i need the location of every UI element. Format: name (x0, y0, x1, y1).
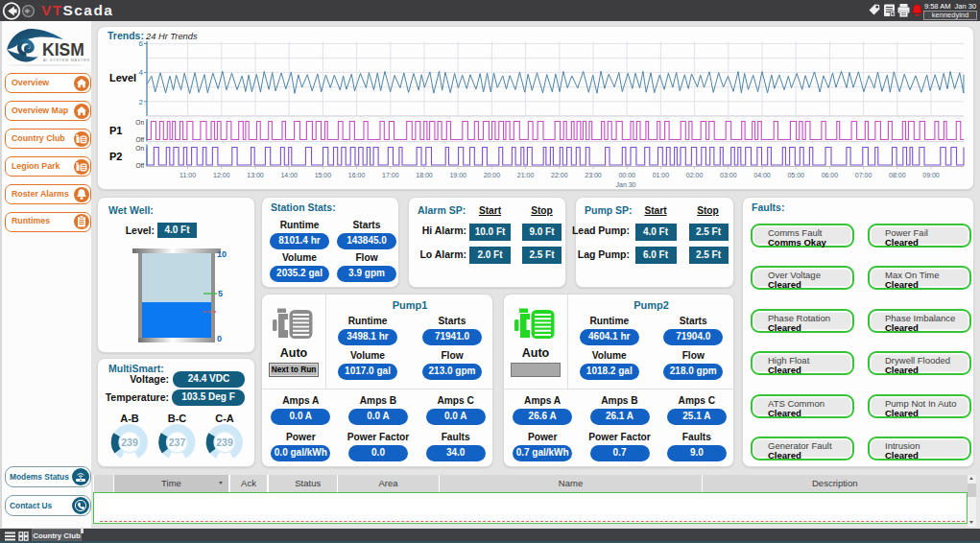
svg-text:6: 6 (139, 39, 144, 48)
svg-text:239: 239 (216, 437, 233, 448)
svg-text:Off: Off (135, 136, 144, 143)
svg-text:AI SYSTEM MASTER: AI SYSTEM MASTER (43, 59, 90, 62)
svg-text:P2: P2 (109, 151, 122, 162)
svg-text:02:00: 02:00 (686, 172, 704, 178)
svg-text:237: 237 (169, 437, 186, 448)
svg-text:08:00: 08:00 (889, 172, 906, 178)
svg-text:01:00: 01:00 (653, 172, 670, 178)
svg-text:C-A: C-A (215, 413, 234, 424)
svg-text:15:00: 15:00 (315, 172, 332, 178)
svg-text:00:00: 00:00 (618, 172, 635, 178)
svg-text:0: 0 (217, 334, 222, 343)
svg-text:Jan 30: Jan 30 (615, 181, 635, 188)
svg-text:KISM: KISM (42, 40, 84, 59)
svg-text:4: 4 (139, 68, 144, 77)
svg-text:18:00: 18:00 (416, 172, 433, 178)
svg-text:16:00: 16:00 (348, 172, 366, 178)
svg-text:04:00: 04:00 (753, 172, 771, 178)
svg-text:14:00: 14:00 (280, 172, 298, 178)
svg-text:A-B: A-B (120, 413, 139, 424)
svg-text:5: 5 (218, 289, 223, 298)
svg-text:21:00: 21:00 (517, 172, 535, 178)
svg-text:07:00: 07:00 (855, 172, 872, 178)
svg-text:2: 2 (139, 98, 144, 106)
svg-text:10: 10 (217, 249, 227, 259)
svg-text:03:00: 03:00 (720, 172, 737, 178)
svg-text:11:00: 11:00 (179, 172, 196, 178)
svg-text:23:00: 23:00 (585, 172, 602, 178)
svg-text:P1: P1 (109, 125, 122, 136)
svg-text:12:00: 12:00 (213, 172, 230, 178)
svg-text:On: On (135, 119, 144, 126)
svg-text:13:00: 13:00 (247, 172, 264, 178)
svg-text:22:00: 22:00 (551, 172, 568, 178)
svg-text:05:00: 05:00 (787, 172, 804, 178)
svg-text:Level: Level (109, 72, 136, 83)
svg-text:06:00: 06:00 (822, 172, 839, 178)
svg-text:09:00: 09:00 (922, 172, 940, 178)
svg-text:19:00: 19:00 (449, 172, 466, 178)
svg-text:Off: Off (135, 162, 144, 169)
svg-text:20:00: 20:00 (484, 172, 501, 178)
svg-text:239: 239 (121, 437, 138, 448)
svg-text:B-C: B-C (168, 413, 187, 424)
svg-text:17:00: 17:00 (382, 172, 399, 178)
svg-text:On: On (135, 145, 144, 152)
